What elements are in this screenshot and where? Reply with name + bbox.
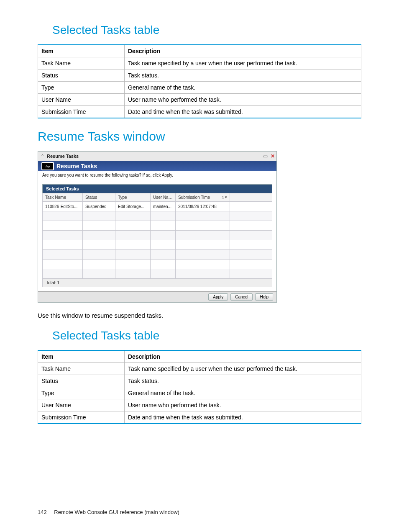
- grid-row: 110826-EditSto... Suspended Edit Storage…: [43, 202, 272, 211]
- desc-table-1: Item Description Task NameTask name spec…: [38, 44, 361, 118]
- grid-row: .: [43, 240, 272, 250]
- selected-tasks-grid: Task Name Status Type User Name Submissi…: [42, 193, 272, 279]
- col-status[interactable]: Status: [83, 193, 115, 202]
- grid-row: .: [43, 231, 272, 240]
- grid-row: .: [43, 269, 272, 279]
- th-item: Item: [38, 350, 125, 363]
- panel-header-selected-tasks: Selected Tasks: [42, 184, 272, 193]
- heading-resume-tasks: Resume Tasks window: [38, 129, 361, 144]
- table-row: StatusTask status.: [38, 69, 361, 82]
- th-description: Description: [125, 350, 361, 363]
- desc-table-2: Item Description Task NameTask name spec…: [38, 350, 361, 424]
- window-button-bar: Apply Cancel Help: [38, 291, 276, 302]
- col-spacer: [230, 193, 272, 202]
- body-text-resume: Use this window to resume suspended task…: [38, 312, 361, 319]
- grid-row: .: [43, 221, 272, 231]
- page-number: 142: [38, 509, 47, 515]
- grid-row: .: [43, 211, 272, 221]
- apply-button[interactable]: Apply: [208, 293, 228, 301]
- sort-indicator-icon: 1 ▾: [222, 195, 227, 199]
- col-task-name[interactable]: Task Name: [43, 193, 83, 202]
- table-row: User NameUser name who performed the tas…: [38, 94, 361, 106]
- resume-tasks-window: ⌃ Resume Tasks ▭ ✕ hp Resume Tasks Are y…: [38, 151, 277, 303]
- hp-logo-icon: hp: [41, 162, 54, 170]
- th-description: Description: [125, 45, 361, 57]
- window-prompt: Are you sure you want to resume the foll…: [38, 171, 276, 184]
- table-row: Task NameTask name specified by a user w…: [38, 363, 361, 375]
- window-header-title: Resume Tasks: [56, 163, 97, 170]
- close-icon[interactable]: ✕: [269, 153, 276, 159]
- window-title: Resume Tasks: [47, 154, 261, 159]
- window-titlebar: ⌃ Resume Tasks ▭ ✕: [38, 152, 276, 161]
- table-row: StatusTask status.: [38, 375, 361, 387]
- table-row: TypeGeneral name of the task.: [38, 82, 361, 94]
- heading-selected-tasks-2: Selected Tasks table: [38, 329, 361, 342]
- table-row: TypeGeneral name of the task.: [38, 387, 361, 399]
- grid-footer-total: Total: 1: [42, 279, 272, 287]
- grid-row: .: [43, 250, 272, 260]
- col-type[interactable]: Type: [115, 193, 151, 202]
- maximize-icon[interactable]: ▭: [261, 153, 269, 159]
- th-item: Item: [38, 45, 125, 57]
- col-user-name[interactable]: User Name: [151, 193, 176, 202]
- col-submission-time[interactable]: Submission Time 1 ▾: [176, 193, 230, 202]
- page-footer: 142 Remote Web Console GUI reference (ma…: [38, 509, 179, 515]
- help-button[interactable]: Help: [255, 293, 273, 301]
- grid-row: .: [43, 260, 272, 269]
- cancel-button[interactable]: Cancel: [230, 293, 253, 301]
- collapse-icon[interactable]: ⌃: [38, 154, 47, 159]
- table-row: Submission TimeDate and time when the ta…: [38, 411, 361, 424]
- table-row: User NameUser name who performed the tas…: [38, 399, 361, 411]
- heading-selected-tasks-1: Selected Tasks table: [38, 23, 361, 37]
- footer-text: Remote Web Console GUI reference (main w…: [54, 509, 179, 515]
- table-row: Submission TimeDate and time when the ta…: [38, 106, 361, 118]
- table-row: Task NameTask name specified by a user w…: [38, 57, 361, 69]
- window-header-bar: hp Resume Tasks: [38, 161, 276, 171]
